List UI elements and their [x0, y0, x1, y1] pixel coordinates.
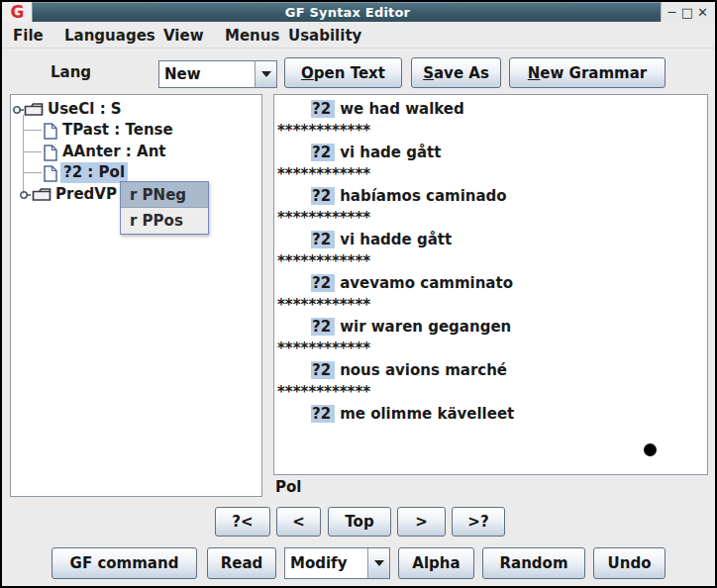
sentence-text: habíamos caminado [340, 187, 507, 205]
toolbar: Lang New Open Text Save As New Grammar [2, 49, 715, 94]
chevron-down-icon[interactable] [367, 548, 389, 578]
top-button[interactable]: Top [328, 507, 391, 537]
tree-node-label[interactable]: UseCl : S [48, 99, 122, 120]
focus-token[interactable]: ?2 [311, 361, 335, 379]
language-select[interactable]: New [158, 60, 277, 88]
focus-token[interactable]: ?2 [311, 318, 335, 336]
focus-token[interactable]: ?2 [311, 144, 335, 161]
tree-expand-handle-icon[interactable] [19, 190, 31, 200]
open-text-rest: pen Text [314, 64, 385, 82]
document-icon [44, 145, 57, 161]
menu-view[interactable]: View [160, 25, 207, 47]
sentence-text: me olimme kävelleet [340, 405, 514, 423]
focus-token[interactable]: ?2 [311, 187, 335, 205]
save-as-rest: ave As [434, 64, 489, 82]
separator-line: ************ [275, 338, 706, 359]
focus-token[interactable]: ?2 [311, 405, 335, 423]
sentence-text: nous avions marché [340, 361, 507, 379]
modify-select[interactable]: Modify [284, 547, 390, 579]
tree-row-root[interactable]: UseCl : S [11, 99, 261, 120]
menu-languages[interactable]: Languages [61, 25, 158, 47]
caret-dot [644, 443, 657, 456]
focus-token[interactable]: ?2 [311, 100, 335, 118]
save-as-mnemonic: S [423, 64, 434, 82]
tree-row-selected[interactable]: ?2 : Pol [11, 162, 261, 183]
save-as-button[interactable]: Save As [411, 57, 501, 88]
window-controls: ─ □ ✕ [661, 2, 713, 22]
gf-logo-letter: G [11, 2, 25, 22]
undo-button[interactable]: Undo [593, 547, 666, 579]
modify-select-value: Modify [285, 548, 367, 578]
folder-icon [32, 187, 51, 202]
linearization-line: ?2avevamo camminato [275, 272, 706, 294]
chevron-down-icon[interactable] [255, 61, 276, 87]
linearization-line: ?2nous avions marché [275, 359, 706, 381]
separator-line: ************ [275, 163, 706, 185]
alpha-button[interactable]: Alpha [398, 547, 474, 579]
popup-item-pneg[interactable]: r PNeg [121, 182, 208, 208]
tree-expand-handle-icon[interactable] [12, 105, 24, 115]
open-text-mnemonic: O [301, 64, 314, 82]
tree-node-label[interactable]: TPast : Tense [62, 120, 173, 141]
app-window: G GF Syntax Editor ─ □ ✕ File Languages … [0, 0, 717, 588]
gf-command-button[interactable]: GF command [51, 547, 197, 579]
linearization-line: ?2vi hadde gått [275, 229, 706, 250]
random-button[interactable]: Random [482, 547, 585, 579]
minimize-icon[interactable]: ─ [665, 4, 679, 20]
sentence-text: wir waren gegangen [340, 318, 511, 336]
separator-line: ************ [275, 381, 706, 403]
maximize-icon[interactable]: □ [680, 4, 695, 20]
separator-line: ************ [275, 250, 706, 272]
gf-logo-icon: G [3, 2, 32, 22]
open-text-button[interactable]: Open Text [284, 57, 402, 88]
focus-token[interactable]: ?2 [311, 231, 335, 248]
tree-node-label[interactable]: PredVP [55, 184, 117, 205]
tree-node-label[interactable]: AAnter : Ant [62, 142, 166, 162]
linearization-line: ?2wir waren gegangen [275, 316, 706, 338]
popup-item-ppos[interactable]: r PPos [121, 208, 208, 234]
sentence-text: vi hadde gått [340, 231, 452, 248]
read-button[interactable]: Read [207, 547, 276, 579]
lang-label: Lang [51, 63, 91, 81]
focus-token[interactable]: ?2 [311, 274, 335, 292]
new-grammar-rest: ew Grammar [540, 64, 647, 82]
linearization-line: ?2vi hade gått [275, 142, 706, 163]
new-grammar-mnemonic: N [528, 64, 541, 82]
close-icon[interactable]: ✕ [695, 4, 710, 20]
menu-menus[interactable]: Menus [222, 25, 282, 47]
sentence-text: avevamo camminato [340, 274, 513, 292]
status-label: Pol [275, 477, 301, 498]
linearization-panel[interactable]: ?2we had walked ************ ?2vi hade g… [273, 94, 708, 475]
separator-line: ************ [275, 207, 706, 229]
tree-node-label-selected[interactable]: ?2 : Pol [60, 162, 128, 183]
tree-row[interactable]: TPast : Tense [11, 120, 261, 141]
prev-button[interactable]: < [276, 507, 321, 537]
menu-bar: File Languages View Menus Usability [2, 23, 715, 49]
tree-row[interactable]: AAnter : Ant [11, 142, 261, 162]
language-select-value: New [159, 61, 255, 87]
document-icon [44, 123, 57, 140]
document-icon [44, 165, 57, 182]
new-grammar-button[interactable]: New Grammar [509, 57, 666, 88]
title-bar-main: GF Syntax Editor [32, 2, 663, 22]
refinement-popup-menu: r PNeg r PPos [120, 181, 209, 235]
linearization-line: ?2we had walked [275, 98, 706, 120]
menu-file[interactable]: File [10, 25, 47, 47]
separator-line: ************ [275, 294, 706, 316]
sentence-text: we had walked [340, 100, 464, 118]
linearization-line: ?2me olimme kävelleet [275, 403, 706, 425]
next-question-button[interactable]: >? [452, 507, 505, 537]
sentence-text: vi hade gått [340, 144, 441, 161]
syntax-tree-panel[interactable]: UseCl : S TPast : Tense AAnter : Ant ?2 … [10, 94, 262, 497]
prev-question-button[interactable]: ?< [215, 507, 270, 537]
menu-usability[interactable]: Usability [285, 25, 364, 47]
title-bar: G GF Syntax Editor ─ □ ✕ [2, 2, 715, 22]
separator-line: ************ [275, 120, 706, 142]
window-title: GF Syntax Editor [285, 5, 410, 20]
next-button[interactable]: > [397, 507, 446, 537]
folder-icon [24, 102, 44, 117]
linearization-line: ?2habíamos caminado [275, 185, 706, 207]
